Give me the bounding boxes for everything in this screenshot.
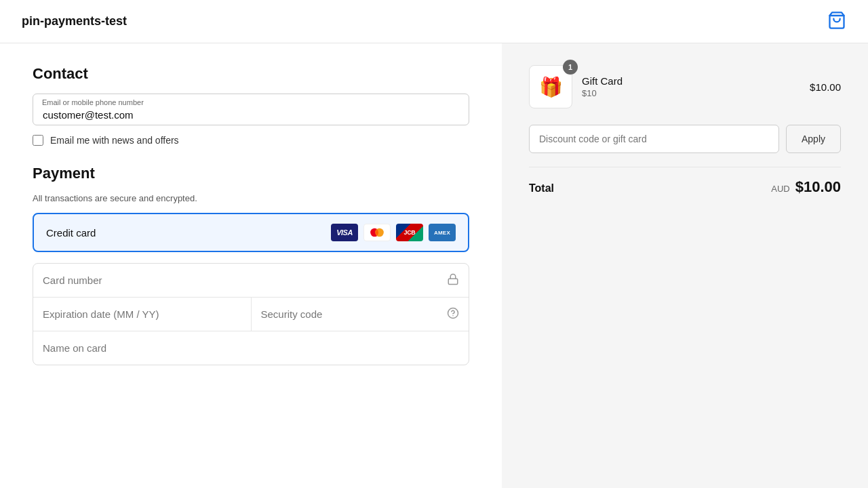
product-row: 🎁 1 Gift Card $10 $10.00 — [529, 65, 841, 108]
newsletter-row: Email me with news and offers — [33, 135, 469, 146]
security-code-input[interactable] — [261, 298, 448, 331]
product-price: $10.00 — [810, 81, 841, 93]
total-row: Total AUD $10.00 — [529, 167, 841, 196]
credit-card-label: Credit card — [46, 227, 96, 239]
header: pin-payments-test — [0, 0, 868, 43]
contact-section: Contact Email or mobile phone number Ema… — [33, 65, 469, 146]
card-number-input[interactable] — [43, 264, 447, 297]
discount-row: Apply — [529, 125, 841, 153]
discount-input[interactable] — [529, 125, 779, 153]
amex-icon: AMEX — [429, 224, 456, 241]
right-panel: 🎁 1 Gift Card $10 $10.00 Apply Total AUD… — [502, 43, 868, 488]
card-icons: VISA JCB AMEX — [331, 224, 456, 241]
product-badge: 1 — [563, 60, 578, 75]
expiry-input[interactable] — [33, 298, 252, 331]
product-price-sub: $10 — [582, 88, 800, 98]
total-label: Total — [529, 182, 554, 195]
left-panel: Contact Email or mobile phone number Ema… — [0, 43, 502, 488]
contact-title: Contact — [33, 65, 469, 83]
name-on-card-input[interactable] — [43, 331, 459, 365]
credit-card-option[interactable]: Credit card VISA JCB AME — [33, 213, 469, 252]
site-title: pin-payments-test — [22, 14, 127, 28]
apply-button[interactable]: Apply — [786, 125, 841, 153]
visa-icon: VISA — [331, 224, 358, 241]
card-fields — [33, 263, 469, 365]
lock-icon — [447, 273, 459, 288]
main-layout: Contact Email or mobile phone number Ema… — [0, 43, 868, 488]
product-image-wrapper: 🎁 1 — [529, 65, 572, 108]
cart-icon[interactable] — [827, 11, 846, 33]
total-amount: $10.00 — [795, 178, 841, 196]
card-number-row — [33, 264, 469, 298]
help-icon — [447, 307, 459, 322]
svg-rect-3 — [448, 279, 458, 284]
payment-section: Payment All transactions are secure and … — [33, 165, 469, 365]
security-row — [252, 298, 469, 331]
mastercard-icon — [363, 224, 391, 241]
newsletter-checkbox[interactable] — [33, 135, 43, 146]
name-row — [33, 331, 469, 365]
email-wrapper: Email or mobile phone number — [33, 94, 469, 125]
total-amount-wrapper: AUD $10.00 — [771, 178, 841, 196]
product-name: Gift Card — [582, 75, 800, 87]
card-row-split — [33, 298, 469, 331]
newsletter-label: Email me with news and offers — [50, 135, 179, 146]
secure-text: All transactions are secure and encrypte… — [33, 193, 469, 203]
payment-title: Payment — [33, 165, 469, 182]
jcb-icon: JCB — [396, 224, 423, 241]
total-currency: AUD — [771, 184, 789, 194]
email-input[interactable] — [33, 94, 469, 125]
product-info: Gift Card $10 — [582, 75, 800, 98]
